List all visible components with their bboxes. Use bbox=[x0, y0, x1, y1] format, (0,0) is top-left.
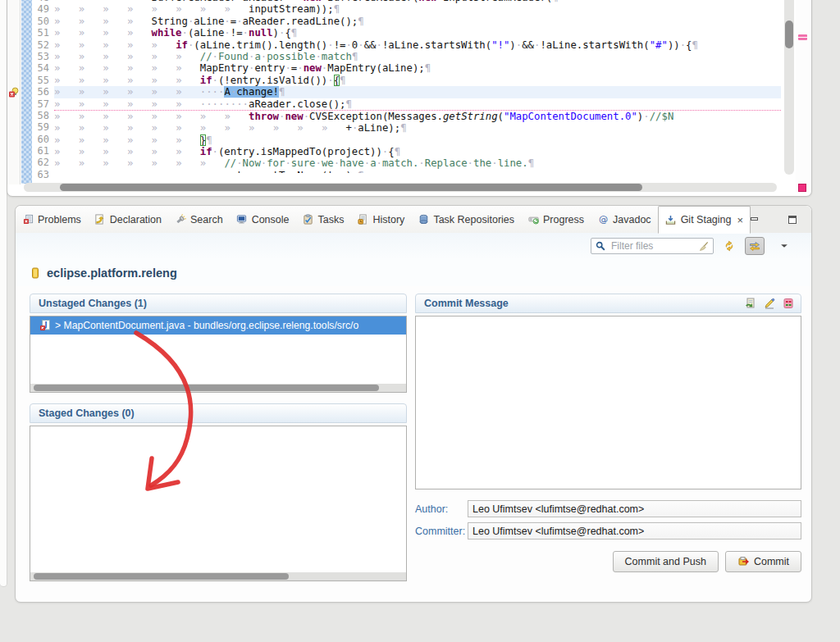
editor-marker-bar bbox=[7, 0, 21, 184]
tab-label: Console bbox=[252, 214, 290, 225]
code-line-56[interactable]: » » » » » » ····A·change!¶ bbox=[54, 86, 781, 98]
close-tab-icon[interactable]: × bbox=[737, 215, 743, 225]
tab-task-repositories[interactable]: Task Repositories bbox=[411, 206, 521, 233]
git-staging-toolbar bbox=[16, 233, 811, 259]
tab-label: Javadoc bbox=[613, 214, 651, 225]
line-number: 57 bbox=[32, 98, 54, 110]
editor-horizontal-scrollbar[interactable] bbox=[24, 183, 777, 192]
tab-label: Progress bbox=[543, 214, 584, 225]
history-icon bbox=[357, 214, 368, 225]
code-line-52[interactable]: » » » » » if·(aLine.trim().length()·!=·0… bbox=[54, 39, 781, 51]
refresh-button[interactable] bbox=[719, 237, 739, 255]
code-line-63[interactable]: » » » » » » » entry.setTagName(tag);¶ bbox=[54, 170, 781, 173]
progress-icon bbox=[527, 214, 539, 225]
overview-change-marker[interactable] bbox=[798, 34, 807, 40]
refresh-icon bbox=[724, 240, 735, 252]
clear-filter-icon[interactable] bbox=[698, 240, 710, 252]
tab-search[interactable]: Search bbox=[168, 206, 230, 233]
code-line-59[interactable]: » » » » » » » » » » » » +·aLine);¶ bbox=[54, 122, 781, 134]
staged-changes-list[interactable] bbox=[30, 426, 407, 581]
commit-message-header: Commit Message bbox=[415, 294, 801, 313]
tab-problems[interactable]: Problems bbox=[16, 206, 88, 233]
unstaged-changes-list[interactable]: J> MapContentDocument.java - bundles/org… bbox=[30, 316, 407, 393]
code-line-62[interactable]: » » » » » » » //·Now·for·sure·we·have·a·… bbox=[54, 157, 781, 169]
line-number-gutter: 48495051525354555657585960616263 bbox=[32, 0, 54, 184]
line-number: 60 bbox=[32, 134, 54, 145]
tab-label: Search bbox=[190, 214, 223, 225]
code-line-55[interactable]: » » » » » » if·(!entry.isValid())·{¶ bbox=[54, 75, 781, 86]
unstaged-list-hscrollbar[interactable] bbox=[30, 384, 406, 392]
tab-git-staging[interactable]: Git Staging× bbox=[658, 206, 751, 234]
amend-commit-icon[interactable] bbox=[745, 298, 756, 309]
maximize-icon[interactable] bbox=[787, 214, 798, 225]
signed-off-by-icon[interactable] bbox=[764, 298, 775, 309]
code-line-58[interactable]: » » » » » » » » throw·new·CVSException(M… bbox=[54, 111, 781, 122]
tab-history[interactable]: History bbox=[350, 206, 411, 233]
view-menu-icon[interactable] bbox=[778, 240, 790, 252]
commit-icon bbox=[737, 556, 749, 567]
vscroll-thumb[interactable] bbox=[785, 20, 793, 48]
repository-title-row: eclipse.platform.releng bbox=[16, 259, 811, 286]
overview-bottom-marker[interactable] bbox=[798, 184, 806, 192]
code-line-54[interactable]: » » » » » » MapEntry·entry·=·new·MapEntr… bbox=[54, 62, 781, 74]
tasks-icon bbox=[303, 214, 314, 225]
line-number: 59 bbox=[32, 121, 54, 133]
code-line-60[interactable]: » » » » » » }¶ bbox=[54, 134, 781, 146]
code-line-49[interactable]: » » » » » » » » inputStream));¶ bbox=[54, 3, 781, 15]
code-area[interactable]: » » » » BufferedReader·aReader·=·new·Buf… bbox=[54, 0, 781, 173]
line-number: 51 bbox=[32, 27, 54, 39]
line-number: 56 bbox=[32, 86, 54, 98]
problems-icon bbox=[22, 214, 34, 225]
tab-label: Tasks bbox=[318, 214, 345, 225]
tab-progress[interactable]: Progress bbox=[521, 206, 591, 233]
author-field[interactable] bbox=[468, 500, 801, 517]
git-staging-view: ProblemsDeclarationSearchConsoleTasksHis… bbox=[15, 205, 812, 603]
unstaged-title: Unstaged Changes (1) bbox=[39, 298, 147, 309]
line-number: 52 bbox=[32, 39, 54, 51]
committer-label: Committer: bbox=[415, 526, 468, 537]
code-line-51[interactable]: » » » » while·(aLine·!=·null)·{¶ bbox=[54, 27, 781, 39]
staged-title: Staged Changes (0) bbox=[39, 408, 135, 419]
unstaged-file-label: > MapContentDocument.java - bundles/org.… bbox=[55, 320, 358, 331]
add-change-id-icon[interactable] bbox=[783, 298, 794, 309]
code-line-57[interactable]: » » » » » » ········aReader.close();¶ bbox=[54, 98, 781, 111]
unstaged-section-header: Unstaged Changes (1) bbox=[30, 294, 407, 313]
hscroll-thumb[interactable] bbox=[60, 184, 642, 191]
filter-files-input[interactable] bbox=[609, 239, 695, 253]
staged-list-hscrollbar[interactable] bbox=[30, 572, 406, 581]
unstaged-hscroll-thumb[interactable] bbox=[34, 385, 379, 391]
tab-console[interactable]: Console bbox=[230, 206, 296, 233]
filter-files-box[interactable] bbox=[591, 238, 714, 254]
unstaged-file-row[interactable]: J> MapContentDocument.java - bundles/org… bbox=[30, 316, 406, 335]
quickfix-error-icon[interactable] bbox=[8, 87, 20, 98]
tab-tasks[interactable]: Tasks bbox=[296, 206, 351, 233]
search-icon bbox=[175, 214, 186, 225]
commit-button[interactable]: Commit bbox=[725, 551, 801, 572]
svg-text:@: @ bbox=[599, 214, 608, 225]
code-line-61[interactable]: » » » » » » if·(entry.isMappedTo(project… bbox=[54, 146, 781, 157]
console-icon bbox=[236, 214, 248, 225]
code-line-50[interactable]: » » » » String·aLine·=·aReader.readLine(… bbox=[54, 16, 781, 27]
editor-vertical-scrollbar[interactable] bbox=[784, 0, 794, 175]
staged-hscroll-thumb[interactable] bbox=[34, 573, 289, 580]
line-number: 55 bbox=[32, 75, 54, 86]
line-number: 54 bbox=[32, 62, 54, 74]
line-number: 50 bbox=[32, 16, 54, 27]
commit-and-push-button[interactable]: Commit and Push bbox=[613, 551, 719, 572]
code-line-53[interactable]: » » » » » » //·Found·a·possible·match¶ bbox=[54, 51, 781, 62]
compare-mode-toggle[interactable] bbox=[745, 237, 765, 255]
minimize-icon[interactable] bbox=[749, 214, 760, 225]
tab-declaration[interactable]: Declaration bbox=[88, 206, 168, 233]
tab-javadoc[interactable]: @Javadoc bbox=[591, 206, 658, 233]
git-staging-icon bbox=[665, 214, 677, 225]
commit-message-title: Commit Message bbox=[424, 298, 509, 309]
view-tab-bar: ProblemsDeclarationSearchConsoleTasksHis… bbox=[16, 206, 811, 234]
line-number: 49 bbox=[32, 3, 54, 15]
commit-message-textarea[interactable] bbox=[415, 316, 801, 489]
tab-label: Task Repositories bbox=[433, 214, 514, 225]
line-number: 53 bbox=[32, 51, 54, 62]
committer-field[interactable] bbox=[468, 522, 801, 540]
java-file-error-icon: J bbox=[39, 320, 51, 331]
tab-label: History bbox=[372, 214, 404, 225]
java-editor[interactable]: 48495051525354555657585960616263 » » » »… bbox=[7, 0, 812, 197]
